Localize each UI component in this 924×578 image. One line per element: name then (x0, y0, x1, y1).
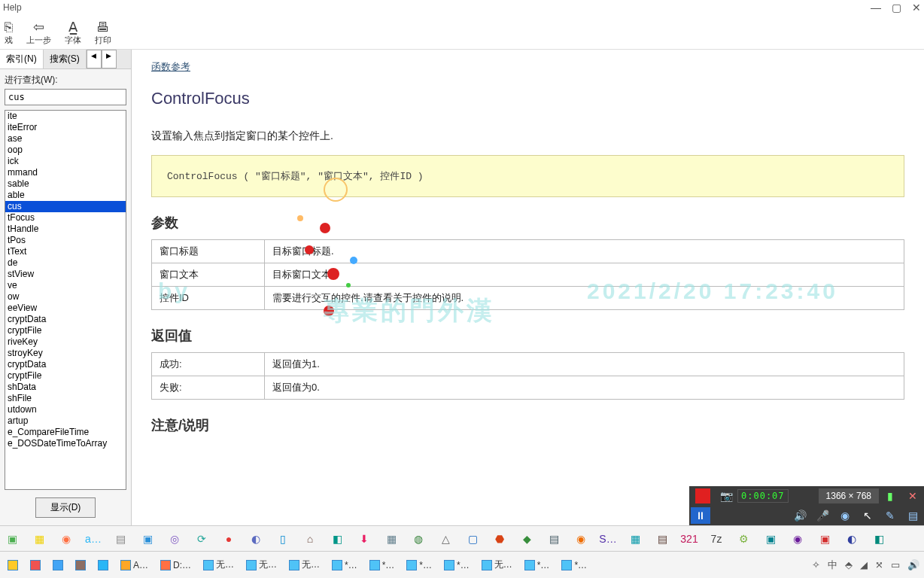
keyword-list[interactable]: iteiteErroraseoopickmmandsableablecustFo… (5, 110, 126, 490)
search-input[interactable] (5, 89, 126, 105)
taskbar-icon[interactable]: ▦ (628, 531, 643, 546)
taskbar-icon[interactable]: ▢ (465, 531, 480, 546)
taskbar-window[interactable]: 无… (479, 557, 515, 573)
tray-icon[interactable]: ✧ (812, 559, 820, 570)
list-item[interactable]: cryptData (5, 359, 126, 370)
toolbar-item-2[interactable]: A̲字体 (65, 20, 81, 46)
list-item[interactable]: sable (5, 178, 126, 190)
taskbar-icon[interactable]: ● (221, 531, 236, 546)
taskbar-window[interactable]: 无… (243, 557, 280, 573)
taskbar-icon[interactable]: ⌂ (302, 531, 318, 546)
tray-icon[interactable]: ◢ (860, 559, 868, 570)
pause-icon[interactable]: ⏸ (691, 507, 710, 524)
list-item[interactable]: ite (5, 111, 126, 122)
taskbar-icon[interactable]: ◍ (411, 531, 426, 546)
taskbar-window[interactable]: D:… (157, 558, 194, 572)
nav-prev[interactable]: ◀ (87, 50, 102, 68)
list-item[interactable]: tHandle (5, 224, 126, 235)
list-item[interactable]: cryptFile (5, 370, 126, 382)
list-item[interactable]: eeView (5, 303, 126, 314)
taskbar-window[interactable]: 无… (286, 557, 323, 573)
taskbar-icon[interactable]: ▤ (546, 531, 561, 546)
screen-recorder-overlay[interactable]: 📷 0:00:07 1366 × 768 ▮ ✕ ⏸ 🔊 🎤 ◉ ↖ ✎ ▤ (689, 486, 924, 525)
window-maximize[interactable]: ▢ (892, 2, 901, 14)
list-item[interactable]: tPos (5, 235, 126, 246)
list-item[interactable]: de (5, 257, 126, 269)
taskbar-icon[interactable]: ◉ (573, 531, 588, 546)
record-button[interactable] (695, 488, 710, 503)
nav-next[interactable]: ▶ (102, 50, 117, 68)
taskbar-icon[interactable]: ⬇ (357, 531, 372, 546)
taskbar-window[interactable]: *… (329, 558, 360, 572)
list-item[interactable]: e_DOSDateTimeToArray (5, 438, 126, 449)
taskbar-window[interactable]: A… (117, 558, 151, 572)
list-item[interactable]: ow (5, 291, 126, 303)
toolbar-item-1[interactable]: ⇦上一步 (26, 20, 51, 46)
taskbar-window[interactable] (50, 558, 66, 572)
list-item[interactable]: ase (5, 133, 126, 144)
taskbar-window[interactable]: *… (558, 558, 590, 572)
list-item[interactable]: cryptFile (5, 325, 126, 336)
draw-icon[interactable]: ✎ (880, 507, 900, 524)
list-item[interactable]: artup (5, 415, 126, 427)
taskbar-window[interactable] (95, 558, 111, 572)
taskbar-icon[interactable]: ▣ (140, 531, 155, 546)
taskbar-icon[interactable]: ▤ (655, 531, 670, 546)
show-button[interactable]: 显示(D) (35, 497, 96, 518)
taskbar-icon[interactable]: 321 (682, 531, 697, 546)
window-minimize[interactable]: — (871, 2, 881, 14)
list-item[interactable]: utdown (5, 404, 126, 415)
list-item[interactable]: oop (5, 144, 126, 156)
taskbar-icon[interactable]: ▯ (275, 531, 290, 546)
tray-icon[interactable]: ▭ (891, 559, 900, 570)
window-close[interactable]: ✕ (912, 2, 921, 14)
tray-icon[interactable]: 🔊 (907, 559, 919, 570)
list-item[interactable]: able (5, 190, 126, 201)
list-item[interactable]: shData (5, 382, 126, 393)
settings-icon[interactable]: ▤ (903, 507, 922, 524)
tray-icon[interactable]: ⬘ (845, 559, 853, 570)
list-item[interactable]: cus (5, 201, 126, 212)
recorder-close-icon[interactable]: ✕ (903, 488, 922, 504)
taskbar-window[interactable]: 无… (200, 557, 237, 573)
list-item[interactable]: riveKey (5, 336, 126, 348)
taskbar-window[interactable] (72, 558, 89, 572)
taskbar-icon[interactable]: ⬣ (492, 531, 507, 546)
window-menu[interactable]: Help (3, 2, 22, 13)
tab-search[interactable]: 搜索(S) (44, 50, 87, 68)
taskbar-icon[interactable]: S… (600, 531, 615, 546)
breadcrumb-link[interactable]: 函数参考 (151, 61, 190, 72)
taskbar-window[interactable]: *… (403, 558, 435, 572)
taskbar-window[interactable]: *… (366, 558, 398, 572)
taskbar-icon[interactable]: ▤ (113, 531, 128, 546)
toolbar-item-3[interactable]: 🖶打印 (95, 20, 111, 46)
taskbar-icon[interactable]: ▣ (817, 531, 832, 546)
toolbar-item-0[interactable]: ⎘戏 (5, 20, 13, 46)
taskbar-icon[interactable]: ⟳ (194, 531, 209, 546)
list-item[interactable]: stView (5, 269, 126, 280)
taskbar-window[interactable]: *… (441, 558, 473, 572)
list-item[interactable]: e_CompareFileTime (5, 427, 126, 438)
taskbar-icon[interactable]: ◎ (167, 531, 182, 546)
taskbar-icon[interactable]: ▣ (5, 531, 20, 546)
list-item[interactable]: iteError (5, 122, 126, 133)
taskbar-icon[interactable]: ◉ (59, 531, 74, 546)
list-item[interactable]: ve (5, 280, 126, 291)
list-item[interactable]: tFocus (5, 212, 126, 224)
taskbar-icon[interactable]: ◐ (248, 531, 263, 546)
taskbar-window[interactable]: *… (521, 558, 553, 572)
taskbar-icon[interactable]: ◐ (844, 531, 859, 546)
taskbar-icon[interactable]: ⚙ (736, 531, 751, 546)
taskbar-icon[interactable]: ◉ (790, 531, 805, 546)
taskbar-icon[interactable]: ▦ (32, 531, 47, 546)
list-item[interactable]: mmand (5, 167, 126, 178)
cursor-icon[interactable]: ↖ (858, 507, 877, 524)
taskbar-window[interactable] (5, 558, 21, 572)
taskbar-icon[interactable]: a… (86, 531, 101, 546)
mic-icon[interactable]: 🎤 (813, 507, 832, 524)
taskbar-icon[interactable]: ◧ (871, 531, 886, 546)
taskbar-icon[interactable]: ▦ (384, 531, 399, 546)
taskbar-icon[interactable]: ◆ (519, 531, 534, 546)
list-item[interactable]: ick (5, 156, 126, 167)
recorder-ok-icon[interactable]: ▮ (880, 488, 900, 504)
